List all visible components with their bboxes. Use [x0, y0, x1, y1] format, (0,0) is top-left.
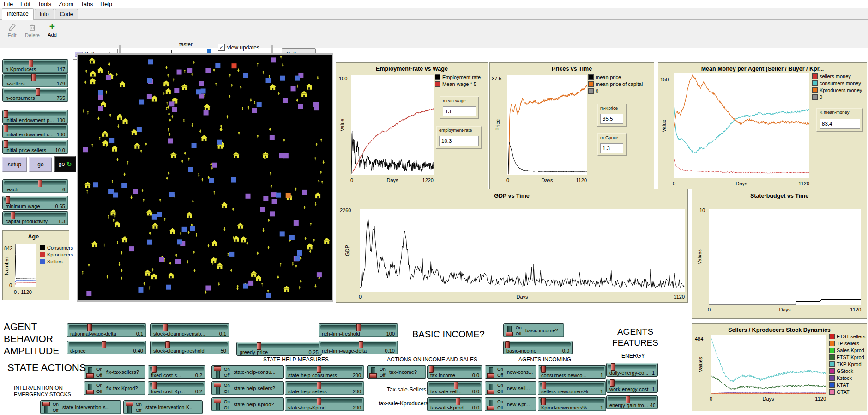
slider-track[interactable] [608, 365, 656, 369]
slider-track[interactable] [152, 342, 228, 347]
switch-handle[interactable] [214, 399, 221, 403]
slider-sellers-newcomers[interactable]: sellers-newcomers%1 [538, 381, 606, 395]
setup-button[interactable]: setup [2, 157, 27, 172]
slider-handle[interactable] [152, 382, 157, 389]
slider-track[interactable] [4, 198, 66, 202]
add-button[interactable]: + Add [44, 22, 60, 37]
slider-state-help-kprod[interactable]: state-help-Kprod200 [285, 397, 364, 411]
slider-consumers-newcomers[interactable]: consumers-newco...1 [538, 365, 606, 379]
slider-track[interactable] [320, 342, 396, 347]
slider-handle[interactable] [11, 212, 15, 219]
switch-new-cons[interactable]: OnOffnew-cons... [485, 365, 536, 379]
slider-handle[interactable] [257, 342, 261, 350]
slider-track[interactable] [540, 383, 604, 387]
slider-track[interactable] [4, 126, 66, 130]
slider-handle[interactable] [29, 60, 33, 67]
go-forever-button[interactable]: go↻ [54, 156, 76, 172]
slider-track[interactable] [429, 399, 481, 403]
slider-track[interactable] [608, 381, 656, 385]
slider-track[interactable] [429, 383, 481, 387]
slider-handle[interactable] [542, 382, 546, 389]
slider-handle[interactable] [317, 366, 321, 373]
slider-handle[interactable] [163, 324, 168, 331]
slider-track[interactable] [320, 325, 396, 330]
slider-handle[interactable] [610, 379, 615, 387]
slider-track[interactable] [152, 325, 228, 330]
slider-tax-sale-sell[interactable]: tax-sale-sell...0.0 [427, 381, 482, 395]
menu-tabs[interactable]: Tabs [81, 1, 93, 7]
slider-handle[interactable] [611, 363, 615, 371]
slider-reach[interactable]: reach6 [2, 179, 68, 193]
slider-handle[interactable] [38, 180, 42, 187]
slider-state-help-sellers[interactable]: state-help-sellers200 [285, 381, 364, 395]
slider-fixed-cost-s[interactable]: fixed-cost-s...0.2 [148, 365, 205, 379]
switch-fix-tax-kprod[interactable]: OnOfffix-tax-Kprod? [84, 381, 145, 395]
slider-handle[interactable] [165, 341, 170, 348]
switch-handle[interactable] [42, 402, 50, 406]
slider-handle[interactable] [541, 398, 546, 405]
slider-handle[interactable] [317, 382, 321, 389]
switch-state-intervention-s[interactable]: OnOffstate-intervention-s... [40, 400, 121, 414]
switch-handle[interactable] [506, 332, 513, 336]
switch-handle[interactable] [86, 390, 94, 394]
slider-n-kproducers[interactable]: n-Kproducers147 [2, 59, 68, 73]
switch-state-help-consu[interactable]: OnOffstate-help-consu... [211, 365, 284, 379]
switch-fix-tax-sellers[interactable]: OnOfffix-tax-sellers? [84, 365, 145, 379]
menu-edit[interactable]: Edit [20, 1, 30, 7]
slider-track[interactable] [4, 90, 66, 94]
slider-stock-clearing-sensib[interactable]: stock-clearing-sensib...0.1 [150, 323, 229, 337]
slider-capital-productivity[interactable]: capital-productivity1.3 [2, 211, 68, 225]
slider-initial-endowment-c[interactable]: initial-endowment-c...100 [2, 124, 68, 138]
slider-handle[interactable] [359, 341, 363, 348]
switch-handle[interactable] [487, 373, 494, 378]
slider-initial-price-sellers[interactable]: initial-price-sellers10.0 [2, 140, 68, 154]
slider-d-price[interactable]: d-price0.40 [67, 341, 146, 354]
slider-tax-sale-kprod[interactable]: tax-sale-Kprod0.0 [427, 397, 482, 411]
slider-handle[interactable] [429, 366, 434, 373]
slider-initial-endowment-p[interactable]: initial-endowment-p...100 [2, 110, 68, 124]
tab-info[interactable]: Info [35, 9, 54, 19]
slider-handle[interactable] [541, 366, 546, 373]
slider-fixed-cost-kp[interactable]: fixed-cost-Kp...0.2 [148, 381, 205, 395]
slider-tax-income[interactable]: tax-income0.0 [427, 365, 482, 379]
switch-new-kpr[interactable]: OnOffnew-Kpr... [485, 397, 536, 411]
slider-handle[interactable] [456, 398, 460, 405]
slider-greedy-price[interactable]: greedy-price0.25 [236, 342, 322, 356]
slider-handle[interactable] [317, 398, 321, 405]
slider-track[interactable] [4, 213, 66, 217]
tab-interface[interactable]: Interface [2, 8, 34, 20]
switch-handle[interactable] [369, 373, 377, 378]
slider-energy-gain-from[interactable]: energy-gain-fro...40 [606, 395, 658, 409]
menu-help[interactable]: Help [100, 1, 112, 7]
slider-handle[interactable] [6, 196, 10, 204]
slider-handle[interactable] [356, 324, 361, 331]
slider-track[interactable] [540, 367, 604, 371]
switch-handle[interactable] [214, 366, 221, 371]
delete-button[interactable]: Delete [22, 24, 42, 38]
switch-handle[interactable] [126, 402, 133, 406]
slider-track[interactable] [150, 367, 204, 371]
switch-state-help-sellers[interactable]: OnOffstate-help-sellers? [211, 381, 284, 395]
slider-handle[interactable] [626, 396, 630, 403]
slider-handle[interactable] [31, 74, 36, 81]
slider-work-energy-cost[interactable]: work-energy-cost1 [606, 379, 658, 393]
tab-code[interactable]: Code [55, 9, 78, 19]
slider-track[interactable] [150, 383, 204, 387]
slider-stock-clearing-treshold[interactable]: stock-clearing-treshold50 [150, 341, 229, 354]
slider-rich-firm-wage-delta[interactable]: rich-firm-wage-delta0.10 [319, 341, 398, 354]
slider-track[interactable] [69, 342, 145, 347]
slider-basic-income[interactable]: basic-income0.0 [503, 341, 573, 354]
slider-track[interactable] [4, 181, 66, 185]
slider-track[interactable] [238, 344, 320, 348]
view-updates-checkbox[interactable]: ✓ [218, 44, 225, 51]
world-view[interactable] [77, 53, 333, 302]
slider-handle[interactable] [36, 88, 40, 96]
edit-button[interactable]: Edit [4, 24, 20, 38]
slider-daily-energy-cost[interactable]: daily-energy-co...1 [606, 363, 658, 377]
switch-handle[interactable] [487, 390, 494, 394]
menu-zoom[interactable]: Zoom [59, 1, 73, 7]
slider-handle[interactable] [4, 110, 8, 118]
slider-handle[interactable] [454, 382, 458, 389]
switch-basic-income[interactable]: OnOffbasic-income? [503, 323, 564, 337]
slider-track[interactable] [4, 61, 66, 65]
